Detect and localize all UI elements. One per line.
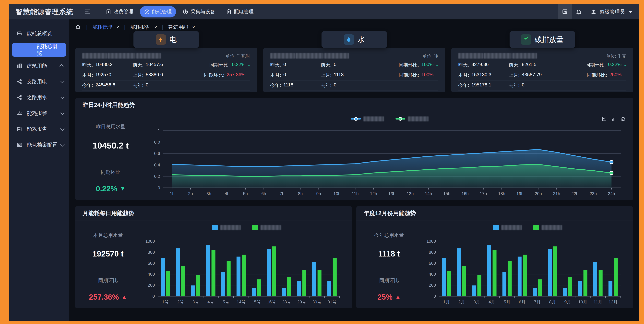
svg-text:17h: 17h bbox=[480, 191, 487, 196]
arrow-down-icon: ↓ bbox=[248, 62, 250, 68]
svg-text:0: 0 bbox=[158, 185, 160, 190]
svg-text:11h: 11h bbox=[352, 191, 359, 196]
sidebar-item-building-energy[interactable]: 建筑用能 bbox=[9, 59, 69, 72]
sidebar-item-overview-group[interactable]: 能耗总概览 bbox=[9, 27, 69, 40]
bolt-circle-icon bbox=[182, 9, 188, 15]
legend-item-series2[interactable] bbox=[534, 225, 562, 230]
legend-item-series2[interactable] bbox=[396, 116, 428, 121]
daily-bar-chart: 020040060080010001号2号3号4号5号14号15号16号28号2… bbox=[144, 239, 346, 306]
svg-text:28号: 28号 bbox=[282, 299, 291, 304]
arrow-up-icon: ↑ bbox=[436, 72, 438, 79]
blurred-legend-label bbox=[408, 116, 428, 121]
chevron-up-icon bbox=[59, 64, 64, 68]
blurred-site-name bbox=[82, 53, 161, 59]
notifications-button[interactable] bbox=[572, 4, 586, 20]
svg-text:4月: 4月 bbox=[488, 299, 495, 304]
chart-legend bbox=[141, 225, 352, 230]
leaf-icon bbox=[521, 34, 531, 45]
unit-label: 单位: 吨 bbox=[422, 53, 438, 59]
electricity-badge: 电 bbox=[134, 31, 199, 48]
overview-icon bbox=[16, 31, 22, 37]
svg-text:22h: 22h bbox=[571, 191, 578, 196]
home-tab-button[interactable] bbox=[75, 24, 81, 31]
close-icon[interactable]: × bbox=[116, 25, 119, 30]
svg-text:3月: 3月 bbox=[474, 299, 480, 304]
legend-item-series1[interactable] bbox=[493, 225, 522, 230]
monthly-stat-panel: 今年总用水量 1118 t 同期环比 25%▲ bbox=[356, 220, 422, 308]
app-title: 智慧能源管理系统 bbox=[16, 7, 74, 17]
section-title: 昨日24小时用能趋势 bbox=[75, 98, 633, 112]
user-avatar-icon bbox=[590, 9, 597, 15]
sidebar-item-branch-water[interactable]: 之路用水 bbox=[9, 91, 69, 104]
sidebar-item-energy-report[interactable]: 能耗报告 bbox=[9, 122, 69, 136]
svg-text:4号: 4号 bbox=[208, 299, 214, 304]
svg-text:13h: 13h bbox=[407, 191, 414, 196]
branch-icon bbox=[16, 79, 22, 85]
svg-text:800: 800 bbox=[429, 250, 436, 255]
hourly-stat-panel: 昨日总用水量 10450.2 t 同期环比 0.22%▼ bbox=[75, 112, 146, 200]
triangle-up-icon: ▲ bbox=[395, 294, 401, 300]
sidebar-item-energy-alarm[interactable]: 能耗报警 bbox=[9, 107, 69, 120]
building-icon bbox=[16, 63, 22, 69]
user-menu[interactable]: 超级管理员 bbox=[586, 9, 640, 15]
svg-text:6h: 6h bbox=[261, 191, 266, 196]
sidebar-item-archive-config[interactable]: 能耗档案配置 bbox=[9, 138, 69, 151]
stat-card-electricity: 电 单位: 千瓦时 昨天:10480.2 前天:10457.6 同期环比:0.2… bbox=[75, 48, 257, 92]
svg-text:0.8: 0.8 bbox=[154, 140, 160, 144]
stat-value: 10450.2 t bbox=[92, 141, 129, 150]
svg-text:800: 800 bbox=[148, 250, 155, 255]
svg-text:5月: 5月 bbox=[504, 299, 510, 304]
svg-text:14h: 14h bbox=[425, 191, 432, 196]
legend-item-series2[interactable] bbox=[252, 225, 281, 230]
topnav-item-energy[interactable]: 能耗管理 bbox=[140, 6, 176, 18]
blurred-legend-label bbox=[364, 116, 384, 121]
svg-text:1: 1 bbox=[158, 128, 160, 133]
user-name: 超级管理员 bbox=[600, 9, 625, 15]
chevron-down-icon bbox=[628, 11, 632, 13]
topnav-item-power[interactable]: 配电管理 bbox=[222, 6, 258, 18]
svg-text:24h: 24h bbox=[608, 191, 615, 196]
topnav-item-devices[interactable]: 采集与设备 bbox=[178, 6, 220, 18]
svg-text:2号: 2号 bbox=[177, 299, 184, 304]
stat-label: 昨日总用水量 bbox=[96, 123, 126, 130]
svg-text:14号: 14号 bbox=[236, 299, 246, 304]
triangle-down-icon: ▼ bbox=[120, 185, 126, 192]
stat-card-carbon: 碳排放量 单位: 千克 昨天:8279.36 前天:8261.5 同期环比:0.… bbox=[451, 48, 633, 92]
legend-marker bbox=[351, 118, 361, 119]
ratio-value: 257.36% bbox=[89, 292, 119, 301]
close-icon[interactable]: × bbox=[154, 25, 157, 30]
main-content: | 能耗管理 × | 能耗报告 × | 建筑用能 × bbox=[69, 20, 640, 321]
hamburger-menu-icon[interactable] bbox=[85, 9, 92, 15]
svg-text:7月: 7月 bbox=[534, 299, 540, 304]
section-monthly-trend: 年度12月份用能趋势 今年总用水量 1118 t 同期环比 25%▲ bbox=[356, 206, 633, 308]
line-chart-icon[interactable] bbox=[602, 116, 607, 122]
refresh-icon[interactable] bbox=[621, 116, 626, 122]
blurred-site-name bbox=[270, 53, 349, 59]
legend-marker bbox=[534, 225, 539, 230]
svg-text:3号: 3号 bbox=[192, 299, 199, 304]
tab-energy-report[interactable]: 能耗报告 × bbox=[130, 24, 157, 31]
tab-energy-management[interactable]: 能耗管理 × bbox=[92, 24, 119, 31]
stat-value: 192570 t bbox=[92, 249, 124, 258]
topnav-item-fee[interactable]: 收费管理 bbox=[102, 6, 138, 18]
svg-text:15号: 15号 bbox=[252, 299, 261, 304]
legend-item-series1[interactable] bbox=[212, 225, 241, 230]
sidebar-item-overview-active[interactable]: 能耗总概览 bbox=[12, 43, 66, 57]
legend-item-series1[interactable] bbox=[351, 116, 384, 121]
arrow-down-icon: ↓ bbox=[436, 62, 438, 68]
archive-icon bbox=[16, 142, 22, 148]
section-title: 月能耗每日用能趋势 bbox=[75, 206, 352, 220]
svg-text:1月: 1月 bbox=[443, 299, 450, 304]
monthly-chart-zone: 020040060080010001月2月3月4月5月6月7月8月9月10月11… bbox=[422, 220, 633, 308]
svg-text:10月: 10月 bbox=[578, 299, 587, 304]
close-icon[interactable]: × bbox=[192, 25, 195, 30]
section-hourly-trend: 昨日24小时用能趋势 昨日总用水量 10450.2 t 同期环比 0.22%▼ bbox=[75, 98, 633, 200]
chart-board-icon bbox=[562, 9, 568, 15]
dashboard-panel-button[interactable] bbox=[558, 4, 572, 20]
sidebar-item-branch-electricity[interactable]: 支路用电 bbox=[9, 75, 69, 88]
arrow-down-icon: ↓ bbox=[624, 62, 626, 68]
fee-doc-icon bbox=[106, 9, 111, 15]
tab-building-energy[interactable]: 建筑用能 × bbox=[168, 24, 195, 31]
chevron-down-icon bbox=[60, 111, 64, 115]
bar-chart-icon[interactable] bbox=[611, 116, 616, 122]
